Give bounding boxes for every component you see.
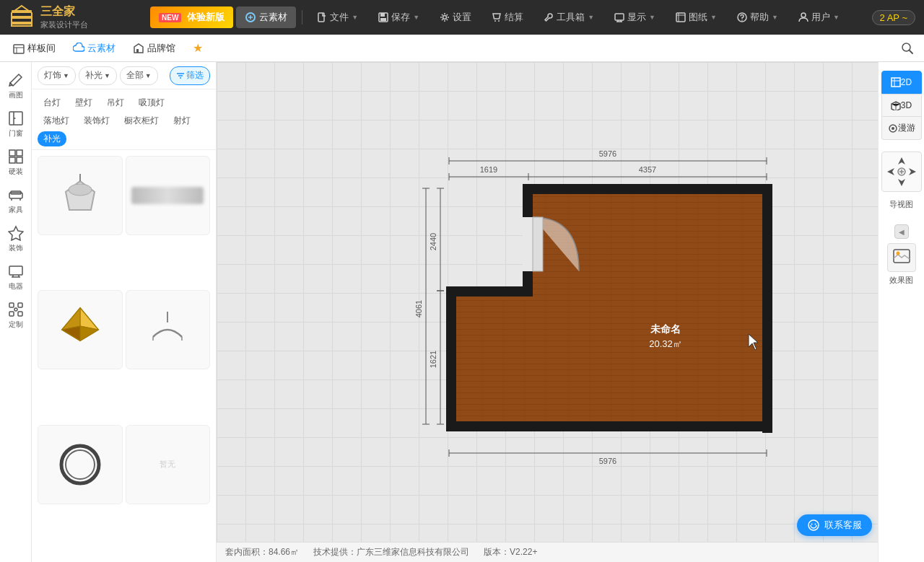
- svg-rect-29: [9, 303, 14, 307]
- header: 三全家 家装设计平台 NEW 体验新版 云素材 文件 ▼ 保存 ▼ 设置: [0, 0, 924, 35]
- checkout-btn[interactable]: 结算: [483, 6, 532, 28]
- effects-label: 效果图: [889, 275, 913, 286]
- svg-point-10: [494, 20, 496, 22]
- svg-point-15: [741, 19, 743, 21]
- logo-text: 三全家 家装设计平台: [40, 4, 88, 30]
- svg-text:未命名: 未命名: [650, 323, 681, 335]
- sidebar-item-custom[interactable]: 定制: [1, 297, 30, 334]
- effects-collapse-btn[interactable]: ◀: [894, 224, 909, 239]
- fill-filter-btn[interactable]: 补光 ▼: [79, 66, 117, 85]
- svg-text:1619: 1619: [480, 165, 497, 174]
- cat-fill-light[interactable]: 补光: [38, 131, 66, 146]
- svg-point-94: [815, 524, 816, 525]
- svg-rect-24: [9, 157, 15, 163]
- svg-rect-88: [523, 217, 533, 271]
- item-card-empty[interactable]: 暂无: [126, 425, 211, 504]
- svg-rect-12: [615, 14, 624, 20]
- svg-marker-99: [898, 157, 905, 164]
- lights-filter-btn[interactable]: 灯饰 ▼: [38, 66, 76, 85]
- svg-point-21: [14, 118, 15, 119]
- svg-text:4061: 4061: [414, 299, 423, 317]
- material-btn[interactable]: 云素材: [236, 6, 296, 28]
- cat-desk-lamp[interactable]: 台灯: [38, 95, 66, 110]
- cat-spot-lamp[interactable]: 射灯: [167, 113, 196, 128]
- cat-ceiling[interactable]: 吸顶灯: [133, 95, 170, 110]
- nav-compass[interactable]: [881, 152, 922, 192]
- sidebar-item-drawing[interactable]: 画图: [1, 68, 30, 105]
- cat-decor-lamp[interactable]: 装饰灯: [78, 113, 116, 128]
- view-tour-btn[interactable]: 漫游: [881, 117, 922, 140]
- all-filter-btn[interactable]: 全部 ▼: [120, 66, 158, 85]
- svg-rect-84: [446, 421, 772, 431]
- settings-btn[interactable]: 设置: [431, 6, 480, 28]
- svg-point-11: [498, 20, 500, 22]
- filter-sort-btn[interactable]: 筛选: [170, 66, 210, 85]
- svg-point-33: [14, 308, 17, 311]
- sample-room-nav[interactable]: 样板间: [6, 37, 63, 60]
- sidebar-item-electronics[interactable]: 电器: [1, 259, 30, 296]
- left-panel: 灯饰 ▼ 补光 ▼ 全部 ▼ 筛选 台灯 壁灯 吊灯 吸顶灯: [32, 62, 217, 562]
- search-icon-area[interactable]: [897, 38, 918, 59]
- file-btn[interactable]: 文件 ▼: [308, 6, 367, 28]
- separator1: [302, 10, 302, 25]
- cat-wardrobe-lamp[interactable]: 橱衣柜灯: [118, 113, 165, 128]
- svg-rect-95: [892, 78, 900, 87]
- svg-rect-31: [9, 312, 14, 316]
- item-card-rect-light[interactable]: [126, 156, 211, 235]
- item-card-diamond-light[interactable]: [38, 290, 123, 369]
- svg-rect-8: [380, 18, 386, 21]
- svg-rect-13: [676, 13, 685, 22]
- svg-point-36: [69, 184, 92, 196]
- sidebar-item-door[interactable]: 门窗: [1, 106, 30, 143]
- sidebar-item-furniture[interactable]: 家具: [1, 183, 30, 219]
- cat-wall-lamp[interactable]: 壁灯: [69, 95, 98, 110]
- svg-rect-79: [452, 294, 764, 421]
- help-btn[interactable]: 帮助 ▼: [728, 6, 787, 28]
- item-card-arc-light[interactable]: [126, 290, 211, 369]
- right-toolbar: ◀ 2D 3D 漫游: [878, 62, 924, 562]
- svg-rect-20: [9, 112, 22, 125]
- sidebar-item-decor[interactable]: 装饰: [1, 221, 30, 258]
- cat-floor-lamp[interactable]: 落地灯: [38, 113, 75, 128]
- svg-rect-28: [9, 266, 22, 275]
- svg-text:2440: 2440: [429, 232, 437, 250]
- floor-plan-svg: 5976 1619 4357 4061 2440: [406, 139, 810, 500]
- svg-point-9: [443, 16, 447, 19]
- display-btn[interactable]: 显示 ▼: [606, 6, 664, 28]
- left-sidebar: 画图 门窗 硬装 家具 装饰 电器 定制: [0, 62, 32, 562]
- cat-pendant[interactable]: 吊灯: [101, 95, 130, 110]
- main-layout: 画图 门窗 硬装 家具 装饰 电器 定制 灯饰: [0, 62, 924, 562]
- logo-area: 三全家 家装设计平台: [0, 0, 144, 35]
- version-label: 版本：V2.22+: [484, 546, 537, 558]
- logo-icon: [9, 4, 35, 30]
- effects-icon[interactable]: [887, 243, 916, 272]
- tools-btn[interactable]: 工具箱 ▼: [535, 6, 603, 28]
- svg-marker-100: [898, 179, 905, 186]
- save-btn[interactable]: 保存 ▼: [370, 6, 428, 28]
- svg-rect-25: [17, 157, 22, 163]
- item-card-ceiling-light[interactable]: [38, 156, 123, 235]
- ap-badge[interactable]: 2 AP ~: [872, 10, 915, 25]
- svg-text:4357: 4357: [639, 165, 656, 174]
- header-nav: NEW 体验新版 云素材 文件 ▼ 保存 ▼ 设置 结算 工具箱: [144, 6, 872, 28]
- user-btn[interactable]: 用户 ▼: [790, 6, 848, 28]
- customer-service-label: 联系客服: [824, 519, 862, 532]
- view-toggle: 2D 3D 漫游: [881, 71, 922, 140]
- view-2d-btn[interactable]: 2D: [881, 71, 922, 94]
- svg-rect-1: [12, 16, 32, 19]
- floor-plan: 5976 1619 4357 4061 2440: [406, 139, 810, 500]
- favorites-nav[interactable]: ★: [186, 37, 210, 60]
- sidebar-item-tile[interactable]: 硬装: [1, 144, 30, 181]
- cloud-material-nav[interactable]: 云素材: [66, 37, 123, 60]
- svg-rect-2: [12, 22, 32, 25]
- view-3d-btn[interactable]: 3D: [881, 94, 922, 117]
- experience-new-btn[interactable]: NEW 体验新版: [150, 6, 233, 28]
- item-card-circle-light[interactable]: [38, 425, 123, 504]
- tech-label: 技术提供：广东三维家信息科技有限公司: [313, 546, 469, 558]
- svg-rect-83: [762, 184, 772, 433]
- blueprint-btn[interactable]: 图纸 ▼: [667, 6, 725, 28]
- brand-hall-nav[interactable]: 品牌馆: [126, 37, 183, 60]
- svg-point-46: [66, 450, 95, 479]
- second-nav: 样板间 云素材 品牌馆 ★: [0, 35, 924, 62]
- customer-service-btn[interactable]: 联系客服: [797, 514, 872, 536]
